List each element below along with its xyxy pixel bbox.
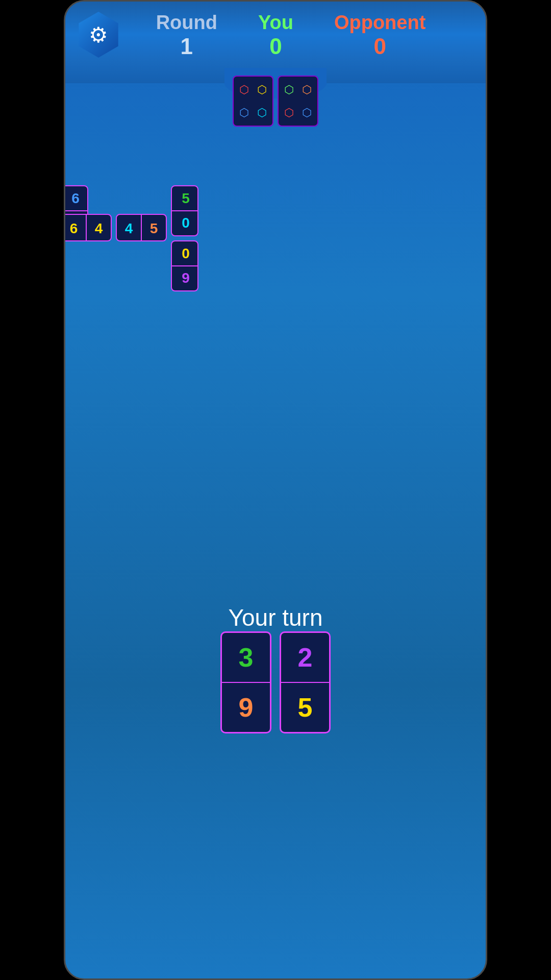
tile-6-4[interactable]: 6 4 (64, 214, 112, 241)
settings-button[interactable]: ⚙ (76, 12, 121, 58)
opponent-score-col: Opponent 0 (334, 12, 425, 59)
tile-top-0b: 0 (172, 241, 198, 265)
round-score-col: Round 1 (156, 12, 217, 59)
player-hand: 3 9 2 5 (220, 631, 331, 733)
opponent-label: Opponent (334, 12, 425, 34)
deck-card-right[interactable]: ⬡ ⬡ ⬡ ⬡ (278, 76, 318, 127)
tile-top-6: 6 (64, 186, 88, 210)
header-scores: Round 1 You 0 Opponent 0 (156, 12, 426, 59)
opponent-value: 0 (373, 34, 386, 59)
round-label: Round (156, 12, 217, 34)
tile-0-9[interactable]: 0 9 (171, 240, 198, 291)
hex-5: ⬡ (281, 79, 297, 101)
hand-tile-1[interactable]: 3 9 (220, 631, 271, 733)
round-value: 1 (181, 34, 193, 59)
deck-card-left[interactable]: ⬡ ⬡ ⬡ ⬡ (233, 76, 273, 127)
tile-left-6a: 6 (64, 215, 86, 241)
you-score-col: You 0 (258, 12, 293, 59)
tile-5-0[interactable]: 5 0 (171, 185, 198, 236)
tile-right-4: 4 (87, 215, 111, 241)
your-turn-text: Your turn (229, 604, 323, 631)
hex-1: ⬡ (236, 79, 253, 101)
hex-4: ⬡ (254, 102, 270, 124)
header: ⚙ Round 1 You 0 Opponent 0 (65, 2, 486, 83)
hand-tile-2-top: 2 (281, 633, 329, 682)
tile-top-5: 5 (172, 186, 198, 210)
game-container: ⚙ Round 1 You 0 Opponent 0 ⬡ ⬡ ⬡ ⬡ ⬡ (64, 0, 487, 980)
hex-2: ⬡ (254, 79, 270, 101)
tile-4-5[interactable]: 4 5 (116, 214, 167, 241)
hex-6: ⬡ (298, 79, 315, 101)
bg-texture (65, 2, 486, 978)
card-decks[interactable]: ⬡ ⬡ ⬡ ⬡ ⬡ ⬡ ⬡ ⬡ (233, 76, 318, 127)
tile-right-5: 5 (142, 215, 166, 241)
tile-bottom-0a: 0 (172, 211, 198, 235)
hex-8: ⬡ (298, 102, 315, 124)
hand-tile-1-top: 3 (222, 633, 270, 682)
hand-tile-1-bottom: 9 (222, 683, 270, 732)
you-label: You (258, 12, 293, 34)
hex-3: ⬡ (236, 102, 253, 124)
you-value: 0 (269, 34, 282, 59)
game-board: 3 4 4 1 1 1 1 6 6 9 6 (64, 160, 282, 425)
tile-left-4b: 4 (117, 215, 141, 241)
hex-7: ⬡ (281, 102, 297, 124)
gear-icon: ⚙ (89, 22, 108, 47)
hand-tile-2-bottom: 5 (281, 683, 329, 732)
hand-tile-2[interactable]: 2 5 (280, 631, 331, 733)
tile-bottom-9b: 9 (172, 266, 198, 290)
